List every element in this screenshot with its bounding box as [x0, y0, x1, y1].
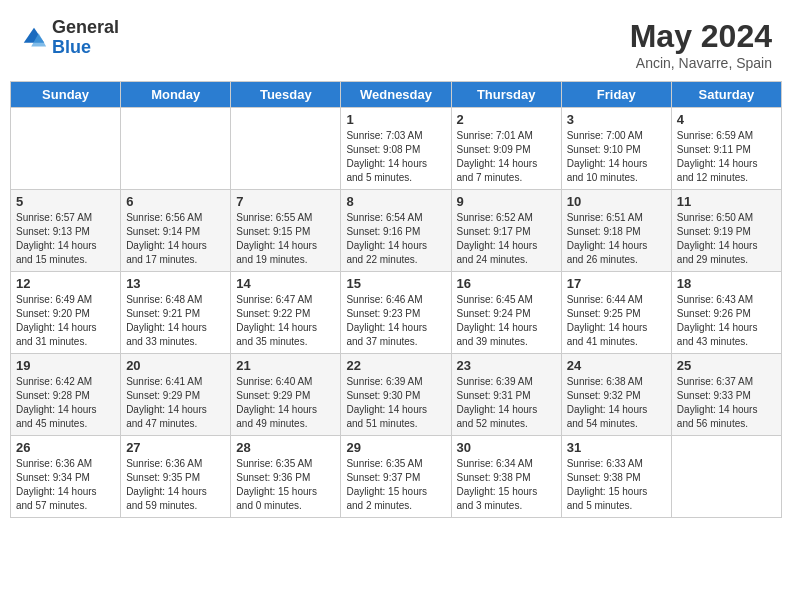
calendar-cell: 9Sunrise: 6:52 AM Sunset: 9:17 PM Daylig…	[451, 190, 561, 272]
weekday-header-sunday: Sunday	[11, 82, 121, 108]
day-number: 30	[457, 440, 556, 455]
day-info: Sunrise: 6:36 AM Sunset: 9:35 PM Dayligh…	[126, 457, 225, 513]
calendar-cell: 31Sunrise: 6:33 AM Sunset: 9:38 PM Dayli…	[561, 436, 671, 518]
day-info: Sunrise: 6:59 AM Sunset: 9:11 PM Dayligh…	[677, 129, 776, 185]
calendar-cell: 23Sunrise: 6:39 AM Sunset: 9:31 PM Dayli…	[451, 354, 561, 436]
calendar-cell: 12Sunrise: 6:49 AM Sunset: 9:20 PM Dayli…	[11, 272, 121, 354]
calendar-cell: 29Sunrise: 6:35 AM Sunset: 9:37 PM Dayli…	[341, 436, 451, 518]
day-info: Sunrise: 6:43 AM Sunset: 9:26 PM Dayligh…	[677, 293, 776, 349]
day-info: Sunrise: 7:03 AM Sunset: 9:08 PM Dayligh…	[346, 129, 445, 185]
calendar-cell: 15Sunrise: 6:46 AM Sunset: 9:23 PM Dayli…	[341, 272, 451, 354]
day-number: 26	[16, 440, 115, 455]
calendar-body: 1Sunrise: 7:03 AM Sunset: 9:08 PM Daylig…	[11, 108, 782, 518]
logo-icon	[20, 24, 48, 52]
day-number: 31	[567, 440, 666, 455]
day-info: Sunrise: 6:35 AM Sunset: 9:37 PM Dayligh…	[346, 457, 445, 513]
calendar-week-row: 12Sunrise: 6:49 AM Sunset: 9:20 PM Dayli…	[11, 272, 782, 354]
day-number: 18	[677, 276, 776, 291]
calendar-cell: 3Sunrise: 7:00 AM Sunset: 9:10 PM Daylig…	[561, 108, 671, 190]
month-year-title: May 2024	[630, 18, 772, 55]
day-info: Sunrise: 7:00 AM Sunset: 9:10 PM Dayligh…	[567, 129, 666, 185]
day-number: 12	[16, 276, 115, 291]
calendar-cell: 1Sunrise: 7:03 AM Sunset: 9:08 PM Daylig…	[341, 108, 451, 190]
weekday-header-tuesday: Tuesday	[231, 82, 341, 108]
day-number: 6	[126, 194, 225, 209]
calendar-cell: 26Sunrise: 6:36 AM Sunset: 9:34 PM Dayli…	[11, 436, 121, 518]
day-info: Sunrise: 6:35 AM Sunset: 9:36 PM Dayligh…	[236, 457, 335, 513]
day-number: 4	[677, 112, 776, 127]
day-info: Sunrise: 6:51 AM Sunset: 9:18 PM Dayligh…	[567, 211, 666, 267]
day-number: 11	[677, 194, 776, 209]
day-info: Sunrise: 6:45 AM Sunset: 9:24 PM Dayligh…	[457, 293, 556, 349]
calendar-cell: 24Sunrise: 6:38 AM Sunset: 9:32 PM Dayli…	[561, 354, 671, 436]
weekday-header-row: SundayMondayTuesdayWednesdayThursdayFrid…	[11, 82, 782, 108]
calendar-cell: 16Sunrise: 6:45 AM Sunset: 9:24 PM Dayli…	[451, 272, 561, 354]
day-number: 14	[236, 276, 335, 291]
day-number: 3	[567, 112, 666, 127]
day-info: Sunrise: 6:36 AM Sunset: 9:34 PM Dayligh…	[16, 457, 115, 513]
location-subtitle: Ancin, Navarre, Spain	[630, 55, 772, 71]
day-number: 8	[346, 194, 445, 209]
calendar-cell	[671, 436, 781, 518]
day-info: Sunrise: 6:54 AM Sunset: 9:16 PM Dayligh…	[346, 211, 445, 267]
day-number: 10	[567, 194, 666, 209]
calendar-table: SundayMondayTuesdayWednesdayThursdayFrid…	[10, 81, 782, 518]
calendar-cell: 18Sunrise: 6:43 AM Sunset: 9:26 PM Dayli…	[671, 272, 781, 354]
day-number: 25	[677, 358, 776, 373]
day-info: Sunrise: 6:39 AM Sunset: 9:30 PM Dayligh…	[346, 375, 445, 431]
day-number: 15	[346, 276, 445, 291]
day-number: 16	[457, 276, 556, 291]
day-info: Sunrise: 6:33 AM Sunset: 9:38 PM Dayligh…	[567, 457, 666, 513]
day-number: 19	[16, 358, 115, 373]
logo-general-text: General	[52, 18, 119, 38]
day-number: 5	[16, 194, 115, 209]
day-info: Sunrise: 6:47 AM Sunset: 9:22 PM Dayligh…	[236, 293, 335, 349]
day-number: 28	[236, 440, 335, 455]
calendar-cell: 30Sunrise: 6:34 AM Sunset: 9:38 PM Dayli…	[451, 436, 561, 518]
weekday-header-monday: Monday	[121, 82, 231, 108]
logo-text: General Blue	[52, 18, 119, 58]
day-info: Sunrise: 6:55 AM Sunset: 9:15 PM Dayligh…	[236, 211, 335, 267]
calendar-cell: 10Sunrise: 6:51 AM Sunset: 9:18 PM Dayli…	[561, 190, 671, 272]
calendar-cell: 11Sunrise: 6:50 AM Sunset: 9:19 PM Dayli…	[671, 190, 781, 272]
weekday-header-saturday: Saturday	[671, 82, 781, 108]
day-info: Sunrise: 6:41 AM Sunset: 9:29 PM Dayligh…	[126, 375, 225, 431]
day-number: 7	[236, 194, 335, 209]
day-info: Sunrise: 6:50 AM Sunset: 9:19 PM Dayligh…	[677, 211, 776, 267]
day-info: Sunrise: 6:38 AM Sunset: 9:32 PM Dayligh…	[567, 375, 666, 431]
calendar-cell: 20Sunrise: 6:41 AM Sunset: 9:29 PM Dayli…	[121, 354, 231, 436]
day-info: Sunrise: 6:57 AM Sunset: 9:13 PM Dayligh…	[16, 211, 115, 267]
title-block: May 2024 Ancin, Navarre, Spain	[630, 18, 772, 71]
day-number: 2	[457, 112, 556, 127]
weekday-header-friday: Friday	[561, 82, 671, 108]
calendar-cell: 27Sunrise: 6:36 AM Sunset: 9:35 PM Dayli…	[121, 436, 231, 518]
calendar-cell	[11, 108, 121, 190]
day-info: Sunrise: 6:52 AM Sunset: 9:17 PM Dayligh…	[457, 211, 556, 267]
day-info: Sunrise: 6:49 AM Sunset: 9:20 PM Dayligh…	[16, 293, 115, 349]
day-info: Sunrise: 6:39 AM Sunset: 9:31 PM Dayligh…	[457, 375, 556, 431]
calendar-cell: 7Sunrise: 6:55 AM Sunset: 9:15 PM Daylig…	[231, 190, 341, 272]
calendar-week-row: 26Sunrise: 6:36 AM Sunset: 9:34 PM Dayli…	[11, 436, 782, 518]
day-number: 27	[126, 440, 225, 455]
day-info: Sunrise: 6:37 AM Sunset: 9:33 PM Dayligh…	[677, 375, 776, 431]
calendar-cell: 14Sunrise: 6:47 AM Sunset: 9:22 PM Dayli…	[231, 272, 341, 354]
calendar-cell: 2Sunrise: 7:01 AM Sunset: 9:09 PM Daylig…	[451, 108, 561, 190]
day-number: 9	[457, 194, 556, 209]
calendar-cell: 6Sunrise: 6:56 AM Sunset: 9:14 PM Daylig…	[121, 190, 231, 272]
weekday-header-thursday: Thursday	[451, 82, 561, 108]
day-number: 13	[126, 276, 225, 291]
day-number: 1	[346, 112, 445, 127]
day-info: Sunrise: 7:01 AM Sunset: 9:09 PM Dayligh…	[457, 129, 556, 185]
calendar-week-row: 5Sunrise: 6:57 AM Sunset: 9:13 PM Daylig…	[11, 190, 782, 272]
day-number: 17	[567, 276, 666, 291]
calendar-cell	[121, 108, 231, 190]
day-info: Sunrise: 6:46 AM Sunset: 9:23 PM Dayligh…	[346, 293, 445, 349]
day-number: 23	[457, 358, 556, 373]
day-number: 22	[346, 358, 445, 373]
calendar-week-row: 19Sunrise: 6:42 AM Sunset: 9:28 PM Dayli…	[11, 354, 782, 436]
day-number: 29	[346, 440, 445, 455]
calendar-cell: 8Sunrise: 6:54 AM Sunset: 9:16 PM Daylig…	[341, 190, 451, 272]
calendar-cell: 22Sunrise: 6:39 AM Sunset: 9:30 PM Dayli…	[341, 354, 451, 436]
day-info: Sunrise: 6:56 AM Sunset: 9:14 PM Dayligh…	[126, 211, 225, 267]
day-number: 20	[126, 358, 225, 373]
